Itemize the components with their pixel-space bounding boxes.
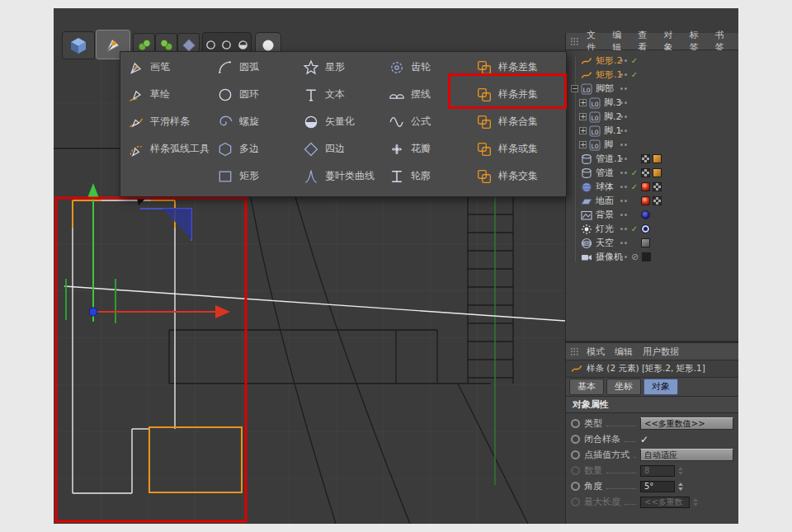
- object-row-pipe[interactable]: 管道 ✓: [566, 166, 738, 180]
- material-tag-orange[interactable]: [653, 168, 662, 177]
- close-spline-checkbox[interactable]: ✓: [640, 435, 648, 445]
- menu-item-text[interactable]: 文本: [295, 81, 381, 108]
- object-row-foot-group[interactable]: − 脚部: [566, 82, 738, 96]
- expand-expander-icon[interactable]: +: [579, 127, 587, 134]
- material-tag-red[interactable]: [641, 196, 650, 205]
- visibility-dots[interactable]: [620, 87, 628, 90]
- visibility-dots[interactable]: [620, 129, 628, 132]
- menu-item-spline-union[interactable]: 样条并集: [469, 81, 566, 108]
- collapse-expander-icon[interactable]: −: [571, 85, 578, 92]
- menu-item-rectangle[interactable]: 矩形: [210, 162, 295, 190]
- material-tag-blue[interactable]: [641, 210, 650, 219]
- enabled-check[interactable]: ✓: [630, 182, 639, 191]
- visibility-dots[interactable]: [620, 200, 628, 202]
- object-row-pipe1[interactable]: 管道.1: [566, 152, 738, 166]
- object-row-rect1[interactable]: 矩形.1 ✓: [566, 68, 738, 82]
- menu-item-nside[interactable]: 多边: [210, 135, 295, 162]
- visibility-dots[interactable]: [620, 144, 628, 146]
- tab-object[interactable]: 对象: [644, 379, 678, 395]
- interpolation-dropdown[interactable]: 自动适应: [640, 449, 733, 461]
- object-row-floor[interactable]: 地面: [566, 194, 738, 208]
- menu-item-label: 样条合集: [498, 115, 538, 129]
- object-row-foot[interactable]: + 脚: [566, 138, 738, 152]
- material-tag-orange[interactable]: [653, 154, 662, 163]
- menu-item-star[interactable]: 星形: [295, 54, 381, 81]
- visibility-dots[interactable]: [620, 214, 628, 216]
- enabled-check[interactable]: ✓: [630, 70, 639, 79]
- object-row-foot2[interactable]: + 脚.2: [566, 110, 738, 124]
- enabled-check[interactable]: ✓: [630, 168, 639, 177]
- material-tag-checker[interactable]: [641, 168, 650, 177]
- protection-tag-icon[interactable]: ⊘: [630, 252, 639, 261]
- expand-expander-icon[interactable]: +: [579, 113, 587, 120]
- menu-item-formula[interactable]: 公式: [381, 108, 469, 135]
- type-dropdown[interactable]: <<多重数值>>: [640, 417, 733, 430]
- keyframe-ring-icon[interactable]: [571, 482, 580, 491]
- menu-item-4side[interactable]: 四边: [295, 135, 381, 162]
- visibility-dots[interactable]: [620, 228, 628, 230]
- material-tag-checker[interactable]: [653, 196, 662, 205]
- am-menu-edit[interactable]: 编辑: [610, 346, 638, 358]
- menu-item-spline-difference[interactable]: 样条差集: [469, 54, 566, 81]
- prop-max-length: 最大长度 <<多重数: [566, 494, 738, 510]
- keyframe-ring-icon[interactable]: [571, 450, 580, 459]
- object-row-foot1[interactable]: + 脚.1: [566, 124, 738, 138]
- object-manager-menubar: 文件 编辑 查看 对象 标签 书签: [566, 33, 738, 50]
- object-row-camera[interactable]: 摄像机 ⊘: [566, 250, 738, 264]
- object-row-sky[interactable]: 天空: [566, 236, 738, 250]
- cube-tool-button[interactable]: [62, 31, 95, 59]
- visibility-dots[interactable]: [620, 115, 628, 118]
- menu-item-label: 星形: [325, 60, 345, 74]
- enabled-check[interactable]: ✓: [630, 224, 639, 233]
- visibility-dots[interactable]: [620, 59, 628, 62]
- panel-grip-icon[interactable]: [570, 347, 579, 356]
- visibility-dots[interactable]: [620, 158, 628, 160]
- visibility-dots[interactable]: [620, 186, 628, 188]
- am-menu-userdata[interactable]: 用户数据: [638, 346, 684, 358]
- angle-stepper[interactable]: [676, 480, 685, 492]
- origin-handle: [89, 308, 97, 316]
- object-row-light[interactable]: 灯光 ✓: [566, 222, 738, 236]
- visibility-dots[interactable]: [620, 172, 628, 174]
- menu-item-spline-and[interactable]: 样条合集: [469, 108, 566, 135]
- menu-item-vectorizer[interactable]: 矢量化: [295, 108, 381, 135]
- material-tag-gray[interactable]: [641, 238, 650, 247]
- menu-item-cissoid[interactable]: 蔓叶类曲线: [295, 162, 381, 190]
- menu-item-smooth-spline[interactable]: 平滑样条: [120, 108, 210, 135]
- tab-basic[interactable]: 基本: [569, 379, 604, 395]
- keyframe-ring-icon[interactable]: [571, 435, 580, 444]
- visibility-dots[interactable]: [620, 256, 628, 258]
- menu-item-helix[interactable]: 螺旋: [210, 108, 295, 135]
- menu-item-spline-or[interactable]: 样条或集: [469, 135, 566, 162]
- angle-field[interactable]: 5°: [640, 481, 675, 492]
- visibility-dots[interactable]: [620, 73, 628, 76]
- tab-coordinates[interactable]: 坐标: [606, 379, 641, 395]
- visibility-dots[interactable]: [620, 101, 628, 104]
- expand-expander-icon[interactable]: +: [579, 99, 587, 106]
- menu-item-flower[interactable]: 花瓣: [381, 135, 469, 162]
- material-tag-checker[interactable]: [653, 182, 662, 191]
- am-menu-mode[interactable]: 模式: [582, 346, 610, 358]
- expand-expander-icon[interactable]: +: [579, 141, 587, 148]
- material-tag-checker[interactable]: [641, 154, 650, 163]
- menu-item-arc[interactable]: 圆弧: [210, 54, 295, 81]
- object-row-background[interactable]: 背景: [566, 208, 738, 222]
- menu-item-cycloid[interactable]: 摆线: [381, 81, 469, 108]
- object-row-foot3[interactable]: + 脚.3: [566, 96, 738, 110]
- enabled-check[interactable]: ✓: [630, 56, 639, 65]
- menu-item-sketch[interactable]: 草绘: [120, 81, 210, 108]
- visibility-dots[interactable]: [620, 242, 628, 244]
- object-row-sphere[interactable]: 球体 ✓: [566, 180, 738, 194]
- menu-item-cogwheel[interactable]: 齿轮: [381, 54, 469, 81]
- menu-item-spline-arc-tool[interactable]: 样条弧线工具: [120, 135, 210, 162]
- menu-item-profile[interactable]: 轮廓: [381, 162, 469, 190]
- material-tag-red[interactable]: [641, 182, 650, 191]
- tag-dark[interactable]: [642, 252, 651, 261]
- menu-item-circle[interactable]: 圆环: [210, 81, 295, 108]
- object-row-rect2[interactable]: 矩形.2 ✓: [566, 54, 738, 68]
- target-tag[interactable]: [641, 224, 650, 233]
- menu-item-spline-intersect[interactable]: 样条交集: [469, 162, 566, 190]
- keyframe-ring-icon[interactable]: [571, 419, 580, 428]
- panel-grip-icon[interactable]: [570, 37, 579, 46]
- menu-item-pen[interactable]: 画笔: [120, 54, 210, 81]
